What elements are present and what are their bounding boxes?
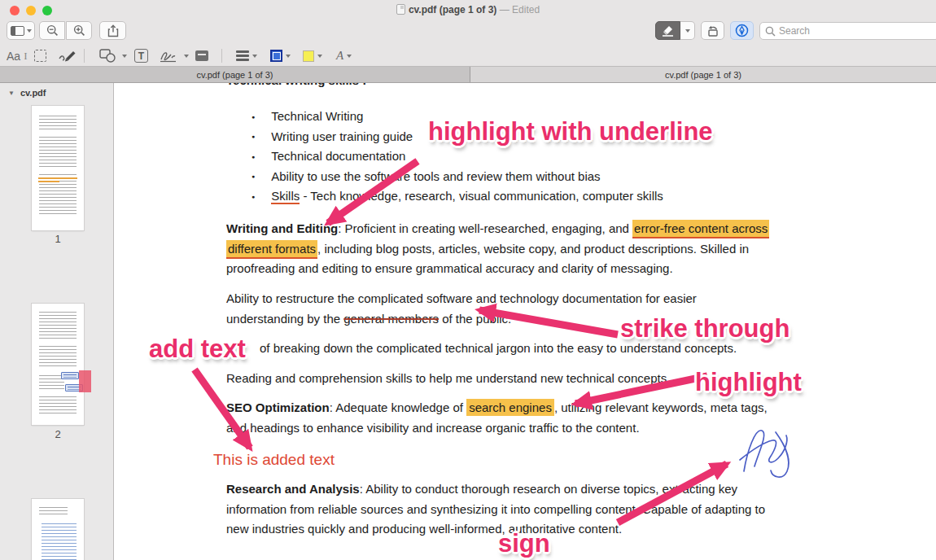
window-title-text: cv.pdf (page 1 of 3)	[409, 4, 496, 15]
signature-tool[interactable]	[160, 46, 189, 65]
red-bookmark-annotation	[79, 370, 91, 392]
sketch-tool[interactable]	[59, 46, 77, 65]
signature-icon	[160, 50, 181, 63]
document-icon	[396, 4, 405, 15]
sidebar-icon	[11, 26, 24, 36]
border-color-tool[interactable]	[270, 46, 291, 65]
thumbnail-text-lines	[39, 116, 77, 130]
sidebar-toggle-button[interactable]	[7, 21, 35, 40]
search-field[interactable]	[759, 22, 936, 40]
thumbnail-highlight-mark	[38, 181, 59, 182]
rotate-left-icon	[706, 24, 719, 37]
text-selection-tool[interactable]: AaI	[7, 46, 27, 65]
tab-cv-pdf-1[interactable]: cv.pdf (page 1 of 3)	[0, 67, 470, 82]
zoom-in-button[interactable]	[66, 21, 92, 40]
text-cursor-icon: I	[24, 50, 27, 63]
page-number-2: 2	[32, 428, 84, 440]
pdf-page-view: Technical writing skills : Technical Wri…	[115, 83, 936, 560]
main-toolbar	[0, 20, 936, 46]
window-title: cv.pdf (page 1 of 3) — Edited	[0, 4, 936, 15]
toolbar-divider	[84, 49, 85, 63]
text-style-icon: A	[336, 49, 343, 63]
toolbar-divider	[221, 49, 222, 63]
page-thumbnail-1[interactable]	[32, 106, 84, 230]
text-style-tool[interactable]: A	[336, 46, 352, 65]
rotate-left-button[interactable]	[701, 21, 724, 40]
markup-toolbar-toggle[interactable]	[730, 21, 754, 40]
annotation-label-strike-through: strike through	[620, 314, 789, 343]
tab-label: cv.pdf (page 1 of 3)	[665, 70, 741, 80]
chevron-down-icon	[252, 55, 257, 58]
line-thickness-icon	[236, 50, 249, 61]
shape-style-tool[interactable]	[236, 46, 257, 65]
rectangular-selection-tool[interactable]	[34, 46, 46, 65]
fill-color-swatch	[303, 50, 314, 62]
shapes-tool[interactable]	[99, 46, 127, 65]
preview-window: { "window": { "title": "cv.pdf (page 1 o…	[0, 0, 936, 560]
border-color-swatch	[270, 50, 282, 62]
annotation-label-add-text: add text	[149, 335, 246, 364]
doc-paragraph-research: Research and Analysis: Ability to conduc…	[226, 479, 765, 540]
text-selection-label: Aa	[7, 50, 20, 63]
sidebar-doc-name: cv.pdf	[20, 88, 46, 98]
title-bar: cv.pdf (page 1 of 3) — Edited	[0, 0, 936, 20]
doc-paragraph-reading: Reading and comprehension skills to help…	[226, 369, 670, 389]
selection-rect-icon	[34, 50, 46, 62]
tab-bar: cv.pdf (page 1 of 3) cv.pdf (page 1 of 3…	[0, 67, 936, 83]
share-button[interactable]	[99, 21, 126, 40]
text-box-tool[interactable]: T	[134, 46, 148, 65]
zoom-out-icon	[46, 24, 59, 37]
thumbnail-text-lines	[39, 396, 77, 416]
search-icon	[765, 26, 776, 37]
chevron-down-icon	[184, 55, 189, 58]
thumbnail-text-lines	[39, 312, 77, 339]
chevron-down-icon	[286, 55, 291, 58]
chevron-down-icon	[685, 29, 690, 33]
share-icon	[107, 24, 119, 37]
zoom-in-icon	[73, 24, 85, 37]
shapes-icon	[99, 49, 119, 63]
chevron-down-icon	[27, 29, 32, 33]
edited-badge: — Edited	[500, 4, 540, 15]
tab-cv-pdf-2[interactable]: cv.pdf (page 1 of 3)	[470, 67, 936, 82]
chevron-down-icon	[122, 55, 127, 58]
thumbnail-text-lines	[39, 346, 77, 369]
thumbnail-link-lines	[42, 523, 77, 560]
markup-pen-icon	[735, 24, 749, 37]
page-number-1: 1	[32, 233, 84, 245]
tab-label: cv.pdf (page 1 of 3)	[197, 70, 273, 80]
highlighter-icon	[662, 24, 675, 37]
revised-stamp	[61, 372, 79, 379]
annotation-label-sign: sign	[498, 529, 550, 558]
search-input[interactable]	[779, 25, 901, 37]
note-tool[interactable]	[195, 46, 208, 65]
page-thumbnail-2[interactable]	[32, 304, 84, 425]
note-icon	[195, 50, 208, 61]
doc-paragraph-writing-editing: Writing and Editing: Proficient in creat…	[226, 219, 769, 279]
page-thumbnail-3[interactable]	[32, 499, 84, 560]
zoom-out-button[interactable]	[39, 21, 65, 40]
disclosure-triangle-icon: ▼	[8, 90, 15, 97]
annotation-label-highlight: highlight	[695, 368, 802, 397]
highlight-tool-button[interactable]	[655, 21, 680, 40]
chevron-down-icon	[347, 55, 352, 58]
text-box-icon: T	[134, 49, 148, 63]
chevron-down-icon	[317, 55, 322, 58]
doc-paragraph-seo: SEO Optimization: Adequate knowledge of …	[226, 398, 768, 438]
doc-heading: Technical writing skills :	[226, 83, 366, 87]
thumbnail-text-lines	[39, 137, 77, 169]
highlight-color-dropdown[interactable]	[680, 21, 695, 40]
markup-toolbar: AaI T A	[0, 46, 936, 67]
thumbnail-sidebar: ▼ cv.pdf 1 2	[0, 83, 114, 560]
added-text-annotation: This is added text	[213, 451, 335, 469]
thumbnail-highlight-mark	[38, 177, 77, 179]
annotation-label-highlight-underline: highlight with underline	[428, 117, 713, 147]
sidebar-document-group[interactable]: ▼ cv.pdf	[8, 88, 46, 98]
fill-color-tool[interactable]	[303, 46, 322, 65]
sketch-pen-icon	[59, 50, 77, 62]
thumbnail-text-lines	[39, 507, 68, 517]
